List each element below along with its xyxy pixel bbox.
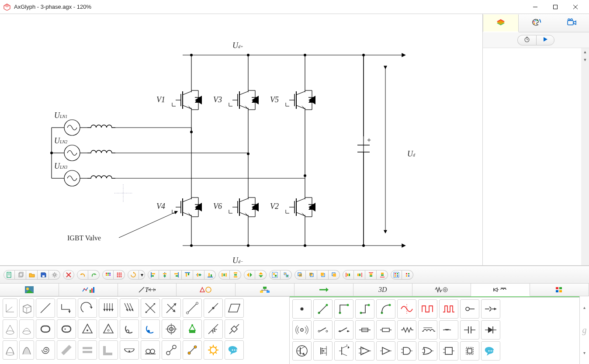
tb-sp3[interactable]: [365, 270, 377, 280]
tb-sp4[interactable]: [377, 270, 388, 280]
sym-square-red-icon[interactable]: [418, 299, 437, 319]
sym-parab-icon[interactable]: [3, 340, 17, 360]
tb-selectsimilar[interactable]: [402, 270, 413, 280]
sym-cone-icon[interactable]: [3, 319, 17, 339]
sym-port-icon[interactable]: [460, 299, 479, 319]
sym-parab2-icon[interactable]: [19, 340, 34, 360]
sym-pill2-icon[interactable]: [57, 319, 76, 339]
scroll-down-icon[interactable]: ▼: [581, 56, 589, 64]
sym-multiarrow-diag-icon[interactable]: [120, 298, 139, 318]
sym-pill-icon[interactable]: [36, 319, 55, 339]
sym-bjt-icon[interactable]: [292, 341, 312, 361]
cat-text[interactable]: T: [118, 284, 177, 296]
sym-line-icon[interactable]: [36, 298, 55, 318]
timer-button[interactable]: [517, 35, 536, 45]
tb-align-l[interactable]: [148, 270, 159, 280]
sym-buffer-icon[interactable]: [376, 341, 395, 361]
cat-misc[interactable]: [530, 284, 589, 296]
scroll-down-icon[interactable]: ▾: [580, 341, 589, 364]
sym-triangle-node-icon[interactable]: [78, 319, 97, 339]
sym-spiral-icon[interactable]: [36, 340, 55, 360]
sym-cone2-icon[interactable]: [19, 319, 34, 339]
sym-thick-icon[interactable]: [57, 340, 76, 360]
sym-mosfet-icon[interactable]: [313, 341, 333, 361]
tb-save[interactable]: [38, 270, 49, 280]
tb-selectall[interactable]: [391, 270, 402, 280]
sym-diode-icon[interactable]: [481, 320, 500, 340]
sym-dim-cross2-icon[interactable]: [162, 298, 181, 318]
sym-gear-icon[interactable]: [204, 340, 223, 360]
tb-delete[interactable]: [63, 270, 74, 280]
cat-3d[interactable]: 3D: [353, 284, 412, 296]
sym-link2-icon[interactable]: [162, 340, 181, 360]
sym-chat2-icon[interactable]: [481, 341, 500, 361]
sym-fuse-icon[interactable]: [355, 320, 374, 340]
canvas[interactable]: +: [0, 14, 482, 265]
sym-support-icon[interactable]: [183, 319, 202, 339]
sym-axes-icon[interactable]: [3, 298, 17, 318]
tb-sp2[interactable]: [354, 270, 365, 280]
sym-dish-icon[interactable]: [120, 340, 139, 360]
sym-or-icon[interactable]: [418, 341, 437, 361]
sym-multiarrow-down-icon[interactable]: [99, 298, 118, 318]
tb-flip-v[interactable]: [255, 270, 267, 280]
sym-elbow-icon[interactable]: [57, 298, 76, 318]
tb-align-t[interactable]: [182, 270, 193, 280]
tb-dist-h[interactable]: [218, 270, 230, 280]
tb-ungroup[interactable]: [281, 270, 292, 280]
minimize-button[interactable]: [525, 0, 545, 14]
side-scrollbar[interactable]: ▲ ▼: [581, 48, 589, 265]
cat-elec[interactable]: [471, 284, 530, 296]
sym-ic-icon[interactable]: [460, 341, 479, 361]
tb-undo[interactable]: [77, 270, 88, 280]
tb-redo[interactable]: [88, 270, 100, 280]
sym-wire1-icon[interactable]: [313, 299, 333, 319]
palette-tab[interactable]: [519, 14, 554, 32]
tb-rotate2[interactable]: ▾: [139, 270, 145, 280]
tb-align-r[interactable]: [170, 270, 182, 280]
sym-link3-icon[interactable]: [183, 340, 202, 360]
tb-backward[interactable]: [317, 270, 329, 280]
sym-opamp-fill-icon[interactable]: +−: [355, 341, 374, 361]
tb-settings[interactable]: [49, 270, 60, 280]
tb-open[interactable]: [26, 270, 38, 280]
sym-inductor-icon[interactable]: [418, 320, 437, 340]
sym-cam-icon[interactable]: [120, 319, 139, 339]
tb-back[interactable]: [329, 270, 340, 280]
close-button[interactable]: [565, 0, 586, 14]
sym-switch-icon[interactable]: [313, 320, 333, 340]
cat-flow[interactable]: [236, 284, 294, 296]
sym-node-icon[interactable]: [292, 299, 312, 319]
sym-sum-icon[interactable]: [481, 299, 500, 319]
tb-sp1[interactable]: [343, 270, 354, 280]
tb-grid2[interactable]: [114, 270, 125, 280]
sym-inductor2-icon[interactable]: [439, 320, 458, 340]
tb-front[interactable]: [294, 270, 306, 280]
sym-wire2-icon[interactable]: [334, 299, 353, 319]
cat-chart[interactable]: [59, 284, 118, 296]
sym-cam-blue-icon[interactable]: [141, 319, 160, 339]
tb-forward[interactable]: [306, 270, 317, 280]
cat-shapes[interactable]: [177, 284, 236, 296]
sym-and-icon[interactable]: [397, 341, 416, 361]
sym-line3-icon[interactable]: [204, 298, 223, 318]
sym-damper-icon[interactable]: [225, 319, 244, 339]
sym-antenna-icon[interactable]: [292, 320, 312, 340]
tb-align-c[interactable]: [159, 270, 170, 280]
sym-roller-icon[interactable]: [141, 340, 160, 360]
sym-wire4-icon[interactable]: [376, 299, 395, 319]
sym-spring-icon[interactable]: [204, 319, 223, 339]
cat-arrow[interactable]: [294, 284, 353, 296]
layers-tab[interactable]: [483, 14, 519, 32]
tb-rotate[interactable]: [128, 270, 139, 280]
camera-tab[interactable]: [554, 14, 589, 32]
scroll-up-icon[interactable]: ▴: [580, 296, 589, 319]
tb-grid[interactable]: [102, 270, 114, 280]
sym-switch2-icon[interactable]: [334, 320, 353, 340]
sym-target-icon[interactable]: [162, 319, 181, 339]
sym-arc-arrow-icon[interactable]: [78, 298, 97, 318]
scroll-up-icon[interactable]: ▲: [581, 48, 589, 56]
tb-dist-v[interactable]: [230, 270, 241, 280]
maximize-button[interactable]: [545, 0, 565, 14]
sym-line2-icon[interactable]: [183, 298, 202, 318]
